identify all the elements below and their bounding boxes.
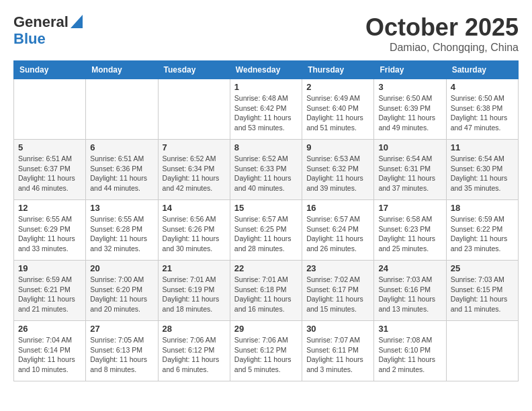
day-info: Sunrise: 7:08 AMSunset: 6:10 PMDaylight:… xyxy=(378,335,441,375)
calendar-table: SundayMondayTuesdayWednesdayThursdayFrid… xyxy=(13,60,519,381)
day-info: Sunrise: 6:52 AMSunset: 6:33 PMDaylight:… xyxy=(234,154,298,193)
weekday-monday: Monday xyxy=(86,61,158,79)
day-number: 12 xyxy=(18,203,81,213)
day-number: 3 xyxy=(378,82,441,92)
day-number: 26 xyxy=(18,324,81,334)
day-info: Sunrise: 6:48 AMSunset: 6:42 PMDaylight:… xyxy=(234,93,298,133)
day-info: Sunrise: 7:04 AMSunset: 6:14 PMDaylight:… xyxy=(18,335,81,375)
calendar-cell: 23Sunrise: 7:02 AMSunset: 6:17 PMDayligh… xyxy=(302,261,374,321)
logo: General Blue xyxy=(13,13,83,47)
day-info: Sunrise: 6:59 AMSunset: 6:22 PMDaylight:… xyxy=(451,214,514,254)
calendar-cell: 7Sunrise: 6:52 AMSunset: 6:34 PMDaylight… xyxy=(158,140,230,200)
day-number: 27 xyxy=(90,324,153,334)
day-number: 9 xyxy=(306,142,369,152)
logo-arrow-icon xyxy=(71,15,83,28)
day-number: 16 xyxy=(306,203,369,213)
calendar-cell: 25Sunrise: 7:03 AMSunset: 6:15 PMDayligh… xyxy=(446,261,518,321)
calendar-cell xyxy=(158,79,230,140)
calendar-cell: 8Sunrise: 6:52 AMSunset: 6:33 PMDaylight… xyxy=(230,140,302,200)
day-number: 25 xyxy=(451,263,514,273)
day-info: Sunrise: 6:50 AMSunset: 6:39 PMDaylight:… xyxy=(378,93,441,133)
day-info: Sunrise: 6:55 AMSunset: 6:28 PMDaylight:… xyxy=(90,214,153,254)
day-info: Sunrise: 7:01 AMSunset: 6:19 PMDaylight:… xyxy=(163,275,226,314)
day-number: 4 xyxy=(451,82,514,92)
title-block: October 2025 Damiao, Chongqing, China xyxy=(365,13,519,54)
calendar-cell: 1Sunrise: 6:48 AMSunset: 6:42 PMDaylight… xyxy=(230,79,302,140)
day-info: Sunrise: 7:03 AMSunset: 6:15 PMDaylight:… xyxy=(451,275,514,314)
day-number: 21 xyxy=(163,263,226,273)
calendar-cell: 30Sunrise: 7:07 AMSunset: 6:11 PMDayligh… xyxy=(302,321,374,381)
calendar-cell: 19Sunrise: 6:59 AMSunset: 6:21 PMDayligh… xyxy=(14,261,86,321)
calendar-cell: 17Sunrise: 6:58 AMSunset: 6:23 PMDayligh… xyxy=(374,200,446,261)
day-info: Sunrise: 6:56 AMSunset: 6:26 PMDaylight:… xyxy=(163,214,226,254)
day-number: 17 xyxy=(378,203,441,213)
calendar-cell: 9Sunrise: 6:53 AMSunset: 6:32 PMDaylight… xyxy=(302,140,374,200)
calendar-cell: 20Sunrise: 7:00 AMSunset: 6:20 PMDayligh… xyxy=(86,261,158,321)
day-number: 5 xyxy=(18,142,81,152)
day-number: 10 xyxy=(378,142,441,152)
day-info: Sunrise: 6:58 AMSunset: 6:23 PMDaylight:… xyxy=(378,214,441,254)
day-number: 24 xyxy=(378,263,441,273)
day-info: Sunrise: 6:52 AMSunset: 6:34 PMDaylight:… xyxy=(163,154,226,193)
day-number: 8 xyxy=(234,142,298,152)
day-info: Sunrise: 6:59 AMSunset: 6:21 PMDaylight:… xyxy=(18,275,81,314)
calendar-cell xyxy=(446,321,518,381)
calendar-cell: 27Sunrise: 7:05 AMSunset: 6:13 PMDayligh… xyxy=(86,321,158,381)
day-info: Sunrise: 6:54 AMSunset: 6:31 PMDaylight:… xyxy=(378,154,441,193)
day-info: Sunrise: 6:49 AMSunset: 6:40 PMDaylight:… xyxy=(306,93,369,133)
day-info: Sunrise: 7:06 AMSunset: 6:12 PMDaylight:… xyxy=(163,335,226,375)
calendar-body: 1Sunrise: 6:48 AMSunset: 6:42 PMDaylight… xyxy=(14,79,519,381)
calendar-cell: 16Sunrise: 6:57 AMSunset: 6:24 PMDayligh… xyxy=(302,200,374,261)
day-info: Sunrise: 7:03 AMSunset: 6:16 PMDaylight:… xyxy=(378,275,441,314)
day-number: 20 xyxy=(90,263,153,273)
day-info: Sunrise: 6:51 AMSunset: 6:36 PMDaylight:… xyxy=(90,154,153,193)
logo-text-blue: Blue xyxy=(13,31,46,47)
day-info: Sunrise: 6:57 AMSunset: 6:25 PMDaylight:… xyxy=(234,214,298,254)
svg-marker-0 xyxy=(71,15,83,28)
calendar-cell: 15Sunrise: 6:57 AMSunset: 6:25 PMDayligh… xyxy=(230,200,302,261)
day-info: Sunrise: 6:51 AMSunset: 6:37 PMDaylight:… xyxy=(18,154,81,193)
day-info: Sunrise: 6:53 AMSunset: 6:32 PMDaylight:… xyxy=(306,154,369,193)
calendar-cell xyxy=(14,79,86,140)
calendar-cell: 13Sunrise: 6:55 AMSunset: 6:28 PMDayligh… xyxy=(86,200,158,261)
day-number: 6 xyxy=(90,142,153,152)
month-title: October 2025 xyxy=(365,13,519,42)
calendar-cell: 11Sunrise: 6:54 AMSunset: 6:30 PMDayligh… xyxy=(446,140,518,200)
day-number: 7 xyxy=(163,142,226,152)
calendar-week-1: 5Sunrise: 6:51 AMSunset: 6:37 PMDaylight… xyxy=(14,140,519,200)
day-info: Sunrise: 6:55 AMSunset: 6:29 PMDaylight:… xyxy=(18,214,81,254)
calendar-week-0: 1Sunrise: 6:48 AMSunset: 6:42 PMDaylight… xyxy=(14,79,519,140)
day-info: Sunrise: 6:57 AMSunset: 6:24 PMDaylight:… xyxy=(306,214,369,254)
day-info: Sunrise: 6:50 AMSunset: 6:38 PMDaylight:… xyxy=(451,93,514,133)
day-info: Sunrise: 7:01 AMSunset: 6:18 PMDaylight:… xyxy=(234,275,298,314)
calendar-cell: 14Sunrise: 6:56 AMSunset: 6:26 PMDayligh… xyxy=(158,200,230,261)
weekday-wednesday: Wednesday xyxy=(230,61,302,79)
day-number: 15 xyxy=(234,203,298,213)
day-number: 14 xyxy=(163,203,226,213)
calendar-cell: 18Sunrise: 6:59 AMSunset: 6:22 PMDayligh… xyxy=(446,200,518,261)
calendar-header: SundayMondayTuesdayWednesdayThursdayFrid… xyxy=(14,61,519,79)
weekday-sunday: Sunday xyxy=(14,61,86,79)
calendar-cell: 5Sunrise: 6:51 AMSunset: 6:37 PMDaylight… xyxy=(14,140,86,200)
calendar-cell: 12Sunrise: 6:55 AMSunset: 6:29 PMDayligh… xyxy=(14,200,86,261)
day-info: Sunrise: 7:06 AMSunset: 6:12 PMDaylight:… xyxy=(234,335,298,375)
day-number: 30 xyxy=(306,324,369,334)
calendar-cell: 21Sunrise: 7:01 AMSunset: 6:19 PMDayligh… xyxy=(158,261,230,321)
day-number: 23 xyxy=(306,263,369,273)
calendar-cell: 10Sunrise: 6:54 AMSunset: 6:31 PMDayligh… xyxy=(374,140,446,200)
calendar-cell: 2Sunrise: 6:49 AMSunset: 6:40 PMDaylight… xyxy=(302,79,374,140)
calendar-cell xyxy=(86,79,158,140)
page-header: General Blue October 2025 Damiao, Chongq… xyxy=(13,13,519,54)
day-info: Sunrise: 7:05 AMSunset: 6:13 PMDaylight:… xyxy=(90,335,153,375)
day-info: Sunrise: 7:02 AMSunset: 6:17 PMDaylight:… xyxy=(306,275,369,314)
day-number: 11 xyxy=(451,142,514,152)
weekday-saturday: Saturday xyxy=(446,61,518,79)
day-number: 2 xyxy=(306,82,369,92)
day-number: 19 xyxy=(18,263,81,273)
day-info: Sunrise: 7:07 AMSunset: 6:11 PMDaylight:… xyxy=(306,335,369,375)
day-info: Sunrise: 6:54 AMSunset: 6:30 PMDaylight:… xyxy=(451,154,514,193)
day-number: 28 xyxy=(163,324,226,334)
calendar-cell: 4Sunrise: 6:50 AMSunset: 6:38 PMDaylight… xyxy=(446,79,518,140)
day-info: Sunrise: 7:00 AMSunset: 6:20 PMDaylight:… xyxy=(90,275,153,314)
weekday-friday: Friday xyxy=(374,61,446,79)
